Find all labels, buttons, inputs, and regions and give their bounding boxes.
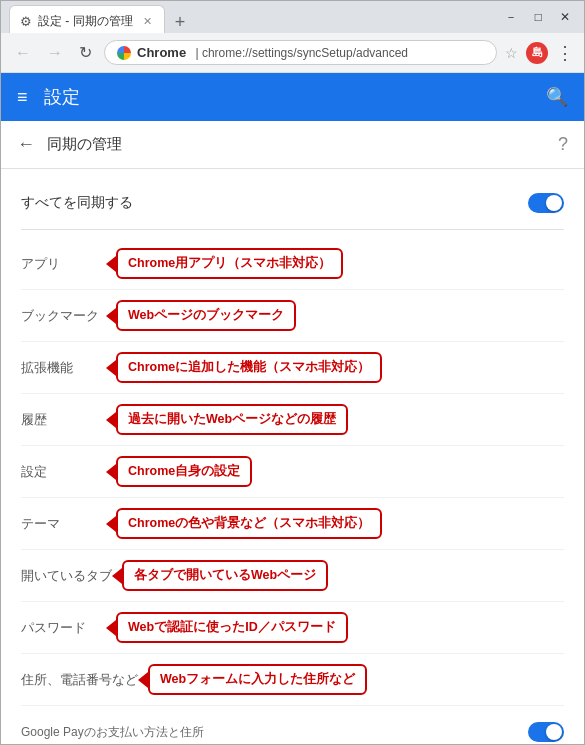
sync-item-label: 履歴: [21, 411, 106, 429]
sync-all-row: すべてを同期する: [21, 185, 564, 230]
callout-arrow-icon: [106, 308, 116, 324]
sync-item-label: 拡張機能: [21, 359, 106, 377]
settings-page: ≡ 設定 🔍 ← 同期の管理 ? すべてを同期する アプリChrome用アプリ（…: [1, 73, 584, 744]
callout-arrow-icon: [106, 412, 116, 428]
avatar[interactable]: 島: [526, 42, 548, 64]
callout-box: Chromeに追加した機能（スマホ非対応）: [116, 352, 382, 383]
gear-icon: ⚙: [20, 14, 32, 29]
window-frame: ⚙ 設定 - 同期の管理 ✕ + － □ ✕ ← → ↻ Chrome | ch…: [0, 0, 585, 745]
active-tab[interactable]: ⚙ 設定 - 同期の管理 ✕: [9, 5, 165, 33]
callout-arrow-icon: [106, 464, 116, 480]
callout-arrow-icon: [106, 256, 116, 272]
content-area: すべてを同期する アプリChrome用アプリ（スマホ非対応）ブックマークWebペ…: [1, 169, 584, 744]
settings-page-title: 設定: [44, 85, 546, 109]
callout-wrap: Chrome用アプリ（スマホ非対応）: [106, 248, 564, 279]
sync-item: テーマChromeの色や背景など（スマホ非対応）: [21, 498, 564, 550]
google-pay-row: Google Payのお支払い方法と住所: [21, 710, 564, 744]
callout-arrow-icon: [106, 516, 116, 532]
callout-wrap: Chromeの色や背景など（スマホ非対応）: [106, 508, 564, 539]
new-tab-button[interactable]: +: [171, 12, 190, 33]
tab-title: 設定 - 同期の管理: [38, 13, 133, 30]
callout-arrow-icon: [106, 620, 116, 636]
tab-area: ⚙ 設定 - 同期の管理 ✕ +: [9, 1, 495, 33]
sync-item: パスワードWebで認証に使ったID／パスワード: [21, 602, 564, 654]
sub-header: ← 同期の管理 ?: [1, 121, 584, 169]
callout-box: Chrome自身の設定: [116, 456, 252, 487]
google-pay-section: Google Payのお支払い方法と住所 Googleの決済管理サービス: [21, 710, 564, 744]
callout-wrap: Webで認証に使ったID／パスワード: [106, 612, 564, 643]
help-icon[interactable]: ?: [558, 134, 568, 155]
callout-box: 過去に開いたWebページなどの履歴: [116, 404, 348, 435]
sync-item: 履歴過去に開いたWebページなどの履歴: [21, 394, 564, 446]
reload-button[interactable]: ↻: [75, 41, 96, 64]
sync-item: アプリChrome用アプリ（スマホ非対応）: [21, 238, 564, 290]
sync-item: 設定Chrome自身の設定: [21, 446, 564, 498]
window-controls: － □ ✕: [499, 7, 576, 28]
callout-box: 各タブで開いているWebページ: [122, 560, 328, 591]
sync-item-label: アプリ: [21, 255, 106, 273]
sync-item: 住所、電話番号などWebフォームに入力した住所など: [21, 654, 564, 706]
bookmark-star-icon[interactable]: ☆: [505, 45, 518, 61]
sub-back-button[interactable]: ←: [17, 134, 35, 155]
sync-item: ブックマークWebページのブックマーク: [21, 290, 564, 342]
close-button[interactable]: ✕: [554, 8, 576, 26]
callout-box: Chrome用アプリ（スマホ非対応）: [116, 248, 343, 279]
callout-box: Webページのブックマーク: [116, 300, 296, 331]
google-pay-toggle[interactable]: [528, 722, 564, 742]
sync-item-label: ブックマーク: [21, 307, 106, 325]
back-button[interactable]: ←: [11, 42, 35, 64]
callout-arrow-icon: [138, 672, 148, 688]
callout-wrap: 各タブで開いているWebページ: [112, 560, 564, 591]
sync-all-label: すべてを同期する: [21, 194, 133, 212]
address-chrome-label: Chrome: [137, 45, 186, 60]
menu-icon[interactable]: ⋮: [556, 42, 574, 64]
callout-arrow-icon: [112, 568, 122, 584]
hamburger-menu-button[interactable]: ≡: [17, 87, 28, 108]
address-input[interactable]: Chrome | chrome://settings/syncSetup/adv…: [104, 40, 497, 65]
callout-wrap: Webフォームに入力した住所など: [138, 664, 564, 695]
callout-box: Webで認証に使ったID／パスワード: [116, 612, 348, 643]
sync-item: 開いているタブ各タブで開いているWebページ: [21, 550, 564, 602]
callout-arrow-icon: [106, 360, 116, 376]
sub-page-title: 同期の管理: [47, 135, 558, 154]
settings-header: ≡ 設定 🔍: [1, 73, 584, 121]
callout-wrap: Chromeに追加した機能（スマホ非対応）: [106, 352, 564, 383]
forward-button[interactable]: →: [43, 42, 67, 64]
callout-wrap: Chrome自身の設定: [106, 456, 564, 487]
sync-item-label: 住所、電話番号など: [21, 671, 138, 689]
callout-wrap: 過去に開いたWebページなどの履歴: [106, 404, 564, 435]
sync-item-label: パスワード: [21, 619, 106, 637]
address-url: | chrome://settings/syncSetup/advanced: [192, 46, 484, 60]
sync-all-toggle[interactable]: [528, 193, 564, 213]
sync-items-list: アプリChrome用アプリ（スマホ非対応）ブックマークWebページのブックマーク…: [21, 238, 564, 706]
address-bar: ← → ↻ Chrome | chrome://settings/syncSet…: [1, 33, 584, 73]
google-pay-label: Google Payのお支払い方法と住所: [21, 724, 528, 741]
minimize-button[interactable]: －: [499, 7, 523, 28]
callout-box: Webフォームに入力した住所など: [148, 664, 367, 695]
title-bar: ⚙ 設定 - 同期の管理 ✕ + － □ ✕: [1, 1, 584, 33]
callout-box: Chromeの色や背景など（スマホ非対応）: [116, 508, 382, 539]
sync-item-label: テーマ: [21, 515, 106, 533]
search-icon[interactable]: 🔍: [546, 86, 568, 108]
callout-wrap: Webページのブックマーク: [106, 300, 564, 331]
chrome-logo-icon: [117, 46, 131, 60]
sync-item-label: 開いているタブ: [21, 567, 112, 585]
tab-close-button[interactable]: ✕: [143, 15, 152, 28]
sync-item-label: 設定: [21, 463, 106, 481]
sync-item: 拡張機能Chromeに追加した機能（スマホ非対応）: [21, 342, 564, 394]
maximize-button[interactable]: □: [529, 8, 548, 26]
